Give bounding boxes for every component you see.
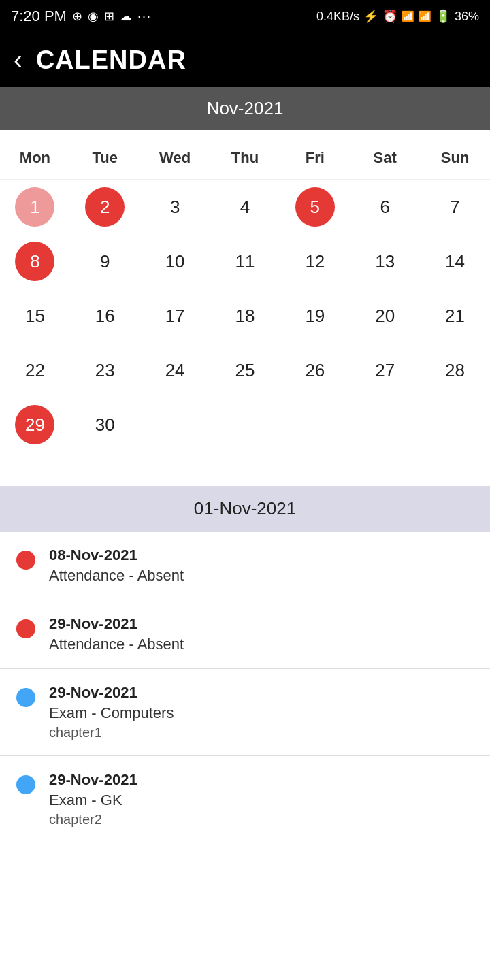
- event-section-date: 01-Nov-2021: [194, 498, 296, 519]
- cal-day-11[interactable]: 11: [225, 242, 265, 281]
- cal-day-1[interactable]: 1: [15, 187, 54, 227]
- battery-icon: 🔋: [436, 9, 451, 24]
- cal-day-30[interactable]: 30: [85, 405, 125, 444]
- calendar-weekdays: MonTueWedThuFriSatSun: [0, 137, 490, 180]
- cal-day-26[interactable]: 26: [295, 350, 335, 390]
- cal-day-8[interactable]: 8: [15, 242, 54, 281]
- network-speed: 0.4KB/s: [316, 10, 359, 24]
- event-item[interactable]: 29-Nov-2021Attendance - Absent: [0, 600, 490, 669]
- cal-day-10[interactable]: 10: [155, 242, 195, 281]
- event-subtitle: chapter2: [49, 812, 137, 828]
- cal-cell: 13: [350, 234, 420, 289]
- event-title: Attendance - Absent: [49, 636, 184, 653]
- cal-cell: 3: [140, 180, 210, 234]
- cal-cell: 29: [0, 397, 70, 452]
- cal-day-25[interactable]: 25: [225, 350, 265, 390]
- weekday-thu: Thu: [210, 144, 280, 172]
- jio-icon: ⊕: [72, 9, 82, 24]
- cal-cell: 12: [280, 234, 350, 289]
- cal-day-15[interactable]: 15: [15, 296, 54, 336]
- event-item[interactable]: 08-Nov-2021Attendance - Absent: [0, 532, 490, 600]
- weekday-fri: Fri: [280, 144, 350, 172]
- event-content: 29-Nov-2021Attendance - Absent: [49, 615, 184, 653]
- calendar-spacer: [0, 466, 490, 486]
- dots-icon: ···: [137, 10, 152, 24]
- cal-day-20[interactable]: 20: [365, 296, 405, 336]
- cal-day-3[interactable]: 3: [155, 187, 195, 227]
- cal-cell: 14: [420, 234, 490, 289]
- cal-day-9[interactable]: 9: [85, 242, 125, 281]
- cal-day-24[interactable]: 24: [155, 350, 195, 390]
- grid-icon: ⊞: [104, 9, 114, 24]
- cal-day-4[interactable]: 4: [225, 187, 265, 227]
- cal-cell: 27: [350, 343, 420, 397]
- calendar-grid: 1234567891011121314151617181920212223242…: [0, 180, 490, 452]
- event-content: 29-Nov-2021Exam - GKchapter2: [49, 771, 137, 828]
- cal-day-21[interactable]: 21: [436, 296, 475, 336]
- event-title: Attendance - Absent: [49, 567, 184, 585]
- cal-cell: 25: [210, 343, 280, 397]
- event-dot: [16, 775, 35, 794]
- signal-bars-2: 📶: [419, 10, 431, 22]
- event-dot: [16, 551, 35, 570]
- cal-day-29[interactable]: 29: [15, 405, 54, 444]
- cal-cell: 16: [70, 289, 140, 343]
- event-title: Exam - Computers: [49, 704, 174, 722]
- cal-day-27[interactable]: 27: [365, 350, 405, 390]
- cal-day-7[interactable]: 7: [436, 187, 475, 227]
- status-right: 0.4KB/s ⚡ ⏰ 📶 📶 🔋 36%: [316, 9, 479, 24]
- event-date: 08-Nov-2021: [49, 546, 184, 564]
- event-subtitle: chapter1: [49, 725, 174, 740]
- event-dot: [16, 688, 35, 707]
- signal-icon: ◉: [88, 9, 99, 24]
- bluetooth-icon: ⚡: [363, 9, 378, 24]
- event-dot: [16, 619, 35, 638]
- event-title: Exam - GK: [49, 791, 137, 809]
- weekday-mon: Mon: [0, 144, 70, 172]
- cal-cell: 4: [210, 180, 280, 234]
- cal-day-17[interactable]: 17: [155, 296, 195, 336]
- weekday-sat: Sat: [350, 144, 420, 172]
- cal-day-14[interactable]: 14: [436, 242, 475, 281]
- event-item[interactable]: 29-Nov-2021Exam - GKchapter2: [0, 756, 490, 843]
- battery-percent: 36%: [455, 10, 479, 24]
- event-section-header: 01-Nov-2021: [0, 486, 490, 532]
- cal-cell: 19: [280, 289, 350, 343]
- top-bar: ‹ CALENDAR: [0, 33, 490, 87]
- cal-day-13[interactable]: 13: [365, 242, 405, 281]
- cal-cell: 28: [420, 343, 490, 397]
- cal-cell: 2: [70, 180, 140, 234]
- cal-day-16[interactable]: 16: [85, 296, 125, 336]
- event-list: 08-Nov-2021Attendance - Absent29-Nov-202…: [0, 532, 490, 843]
- cal-day-5[interactable]: 5: [295, 187, 335, 227]
- weekday-wed: Wed: [140, 144, 210, 172]
- cal-cell: 10: [140, 234, 210, 289]
- cal-cell: 20: [350, 289, 420, 343]
- event-content: 29-Nov-2021Exam - Computerschapter1: [49, 684, 174, 740]
- cal-day-2[interactable]: 2: [85, 187, 125, 227]
- cal-cell: 6: [350, 180, 420, 234]
- event-date: 29-Nov-2021: [49, 771, 137, 789]
- cal-cell: 1: [0, 180, 70, 234]
- cal-cell: 8: [0, 234, 70, 289]
- cal-cell: 21: [420, 289, 490, 343]
- cal-day-18[interactable]: 18: [225, 296, 265, 336]
- back-button[interactable]: ‹: [14, 47, 22, 73]
- cal-day-28[interactable]: 28: [436, 350, 475, 390]
- weekday-sun: Sun: [420, 144, 490, 172]
- status-bar: 7:20 PM ⊕ ◉ ⊞ ☁ ··· 0.4KB/s ⚡ ⏰ 📶 📶 🔋 36…: [0, 0, 490, 33]
- cal-day-6[interactable]: 6: [365, 187, 405, 227]
- event-item[interactable]: 29-Nov-2021Exam - Computerschapter1: [0, 669, 490, 756]
- cal-cell: 22: [0, 343, 70, 397]
- cloud-icon: ☁: [120, 9, 132, 24]
- cal-cell: 7: [420, 180, 490, 234]
- calendar-container: MonTueWedThuFriSatSun 123456789101112131…: [0, 130, 490, 466]
- cal-day-12[interactable]: 12: [295, 242, 335, 281]
- cal-cell: 11: [210, 234, 280, 289]
- month-header: Nov-2021: [0, 87, 490, 130]
- cal-day-19[interactable]: 19: [295, 296, 335, 336]
- month-label: Nov-2021: [207, 98, 284, 118]
- cal-day-22[interactable]: 22: [15, 350, 54, 390]
- cal-cell: 24: [140, 343, 210, 397]
- cal-day-23[interactable]: 23: [85, 350, 125, 390]
